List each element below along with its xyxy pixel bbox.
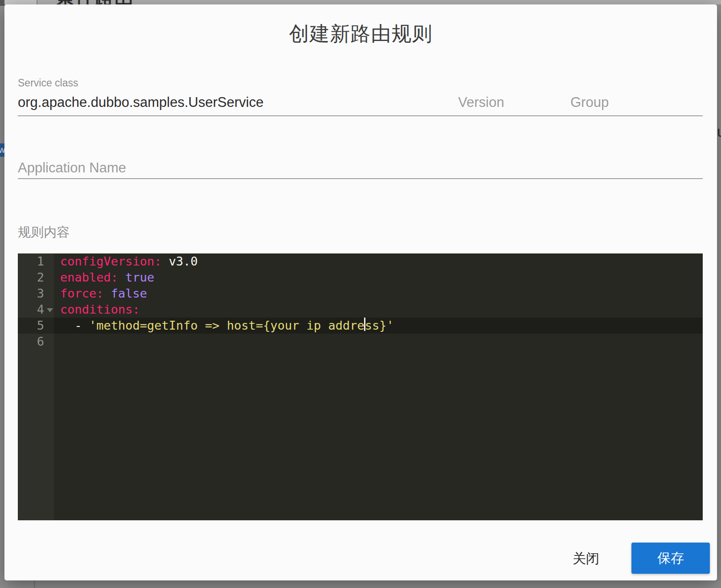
- close-button[interactable]: 关闭: [564, 548, 608, 569]
- background-card-fragment: [4, 0, 37, 4]
- editor-line[interactable]: 5 - 'method=getInfo => host={your ip add…: [18, 318, 703, 334]
- background-page-strip: 条件路由: [0, 0, 721, 4]
- code-token: -: [60, 318, 89, 332]
- service-class-input[interactable]: [18, 94, 447, 111]
- editor-line[interactable]: 6: [18, 334, 703, 350]
- save-button[interactable]: 保存: [631, 543, 710, 574]
- code-token: [104, 286, 111, 300]
- application-name-input[interactable]: [18, 159, 703, 177]
- code-token: enabled:: [60, 270, 118, 284]
- rule-content-editor[interactable]: 1configVersion: v3.02enabled: true3force…: [18, 253, 703, 520]
- code-token: force:: [60, 286, 104, 300]
- group-input[interactable]: [560, 94, 703, 111]
- line-number: 6: [18, 334, 54, 350]
- background-page-heading: 条件路由: [56, 0, 134, 4]
- code-token: [118, 270, 125, 284]
- background-right-glyph: u: [717, 123, 721, 139]
- fold-caret-icon[interactable]: [47, 308, 53, 312]
- service-row: Service class: [18, 77, 703, 116]
- code-line: - 'method=getInfo => host={your ip addre…: [54, 318, 703, 334]
- code-token: 'method=getInfo => host={your ip addre: [89, 318, 365, 332]
- line-number: 2: [18, 270, 54, 286]
- dialog-title: 创建新路由规则: [4, 20, 717, 47]
- create-route-rule-dialog: 创建新路由规则 Service class 规则内容 1configVersio…: [4, 4, 717, 580]
- text-cursor: [364, 318, 365, 331]
- background-corner-fragment: [0, 0, 4, 6]
- background-right-text-fragment: u: [717, 123, 721, 139]
- code-line: conditions:: [54, 302, 703, 318]
- code-line: force: false: [54, 286, 703, 302]
- background-blue-button-label: ew: [0, 145, 4, 155]
- code-token: [162, 254, 169, 268]
- code-token: true: [125, 270, 154, 284]
- editor-line[interactable]: 3force: false: [18, 286, 703, 302]
- code-token: v3.0: [169, 254, 198, 268]
- code-line: configVersion: v3.0: [54, 253, 703, 270]
- version-input[interactable]: [447, 94, 560, 111]
- background-divider-fragment: [34, 580, 35, 588]
- line-number: 3: [18, 286, 54, 302]
- code-token: false: [111, 286, 147, 300]
- code-line: enabled: true: [54, 270, 703, 286]
- code-editor-lines: 1configVersion: v3.02enabled: true3force…: [18, 253, 703, 350]
- editor-line[interactable]: 2enabled: true: [18, 270, 703, 286]
- code-token: conditions:: [60, 302, 140, 316]
- line-number: 5: [18, 318, 54, 334]
- editor-line[interactable]: 4conditions:: [18, 302, 703, 318]
- rule-content-label: 规则内容: [18, 224, 70, 241]
- background-blue-button-fragment: ew: [0, 143, 4, 157]
- screen: 条件路由 ew u 创建新路由规则 Service class 规则内容 1co…: [0, 0, 721, 588]
- application-row: [18, 159, 703, 179]
- line-number: 1: [18, 253, 54, 270]
- code-line: [54, 334, 703, 350]
- line-number: 4: [18, 302, 54, 318]
- code-token: ss}': [365, 318, 394, 332]
- code-token: configVersion:: [60, 254, 162, 268]
- editor-line[interactable]: 1configVersion: v3.0: [18, 253, 703, 270]
- service-class-label: Service class: [18, 77, 703, 89]
